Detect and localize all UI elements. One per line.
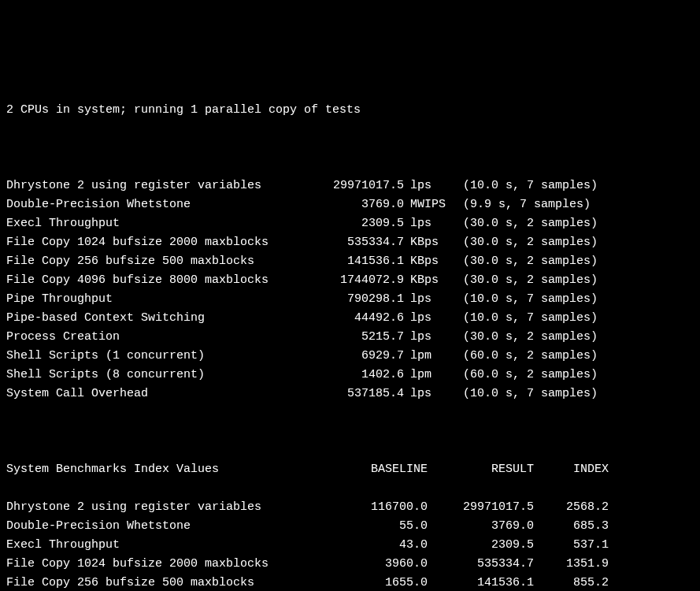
- test-value: 790298.1: [313, 290, 404, 309]
- index-result: 2309.5: [428, 536, 534, 555]
- index-header-title: System Benchmarks Index Values: [6, 460, 345, 479]
- test-name: File Copy 1024 bufsize 2000 maxblocks: [6, 233, 313, 252]
- index-name: Double-Precision Whetstone: [6, 517, 345, 536]
- test-row: Execl Throughput2309.5lps(30.0 s, 2 samp…: [6, 214, 694, 233]
- test-timing: (30.0 s, 2 samples): [447, 328, 598, 347]
- index-name: File Copy 256 bufsize 500 maxblocks: [6, 574, 345, 591]
- index-result: 141536.1: [428, 574, 534, 591]
- test-unit: KBps: [404, 233, 447, 252]
- test-timing: (30.0 s, 2 samples): [447, 214, 598, 233]
- test-timing: (60.0 s, 2 samples): [447, 347, 598, 366]
- test-timing: (10.0 s, 7 samples): [447, 385, 598, 403]
- test-value: 6929.7: [313, 347, 404, 366]
- test-name: Execl Throughput: [6, 214, 313, 233]
- index-result: 29971017.5: [428, 498, 534, 517]
- test-row: Pipe Throughput790298.1lps(10.0 s, 7 sam…: [6, 290, 694, 309]
- test-name: Shell Scripts (8 concurrent): [6, 366, 313, 385]
- test-value: 1744072.9: [313, 271, 404, 290]
- index-name: Dhrystone 2 using register variables: [6, 498, 345, 517]
- blank-line: [6, 422, 694, 441]
- indexes-section: Dhrystone 2 using register variables1167…: [6, 498, 694, 591]
- test-value: 3769.0: [313, 195, 404, 214]
- index-row: File Copy 1024 bufsize 2000 maxblocks396…: [6, 555, 694, 574]
- test-value: 1402.6: [313, 366, 404, 385]
- test-value: 537185.4: [313, 385, 404, 403]
- index-name: Execl Throughput: [6, 536, 345, 555]
- index-row: File Copy 256 bufsize 500 maxblocks1655.…: [6, 574, 694, 591]
- index-index: 685.3: [534, 517, 609, 536]
- test-unit: lps: [404, 290, 447, 309]
- test-name: Shell Scripts (1 concurrent): [6, 347, 313, 366]
- test-unit: lps: [404, 385, 447, 403]
- index-baseline: 3960.0: [345, 555, 428, 574]
- test-row: Shell Scripts (1 concurrent)6929.7lpm(60…: [6, 347, 694, 366]
- test-unit: lpm: [404, 347, 447, 366]
- test-timing: (30.0 s, 2 samples): [447, 233, 598, 252]
- test-row: File Copy 256 bufsize 500 maxblocks14153…: [6, 252, 694, 271]
- test-name: Dhrystone 2 using register variables: [6, 177, 313, 195]
- index-header-index: INDEX: [534, 460, 609, 479]
- test-unit: lpm: [404, 366, 447, 385]
- test-value: 535334.7: [313, 233, 404, 252]
- test-name: Pipe-based Context Switching: [6, 309, 313, 328]
- test-value: 2309.5: [313, 214, 404, 233]
- index-result: 535334.7: [428, 555, 534, 574]
- test-timing: (9.9 s, 7 samples): [447, 195, 591, 214]
- test-unit: lps: [404, 177, 447, 195]
- index-index: 537.1: [534, 536, 609, 555]
- test-row: File Copy 4096 bufsize 8000 maxblocks174…: [6, 271, 694, 290]
- test-row: Dhrystone 2 using register variables2997…: [6, 177, 694, 195]
- test-unit: lps: [404, 309, 447, 328]
- test-name: System Call Overhead: [6, 385, 313, 403]
- test-timing: (60.0 s, 2 samples): [447, 366, 598, 385]
- test-name: Pipe Throughput: [6, 290, 313, 309]
- index-index: 855.2: [534, 574, 609, 591]
- index-result: 3769.0: [428, 517, 534, 536]
- test-name: Process Creation: [6, 328, 313, 347]
- test-value: 141536.1: [313, 252, 404, 271]
- test-timing: (30.0 s, 2 samples): [447, 252, 598, 271]
- test-row: Double-Precision Whetstone3769.0MWIPS(9.…: [6, 195, 694, 214]
- index-row: Dhrystone 2 using register variables1167…: [6, 498, 694, 517]
- index-index: 1351.9: [534, 555, 609, 574]
- test-row: Pipe-based Context Switching44492.6lps(1…: [6, 309, 694, 328]
- test-row: System Call Overhead537185.4lps(10.0 s, …: [6, 385, 694, 403]
- test-unit: KBps: [404, 271, 447, 290]
- test-row: Process Creation5215.7lps(30.0 s, 2 samp…: [6, 328, 694, 347]
- test-timing: (10.0 s, 7 samples): [447, 177, 598, 195]
- index-baseline: 43.0: [345, 536, 428, 555]
- test-unit: lps: [404, 214, 447, 233]
- tests-section: Dhrystone 2 using register variables2997…: [6, 177, 694, 403]
- test-row: Shell Scripts (8 concurrent)1402.6lpm(60…: [6, 366, 694, 385]
- index-header-baseline: BASELINE: [345, 460, 428, 479]
- index-row: Double-Precision Whetstone55.03769.0685.…: [6, 517, 694, 536]
- test-timing: (10.0 s, 7 samples): [447, 290, 598, 309]
- index-row: Execl Throughput43.02309.5537.1: [6, 536, 694, 555]
- index-header-result: RESULT: [428, 460, 534, 479]
- index-baseline: 1655.0: [345, 574, 428, 591]
- terminal-output: 2 CPUs in system; running 1 parallel cop…: [6, 82, 694, 591]
- test-value: 5215.7: [313, 328, 404, 347]
- test-value: 29971017.5: [313, 177, 404, 195]
- header-line: 2 CPUs in system; running 1 parallel cop…: [6, 101, 694, 120]
- test-unit: MWIPS: [404, 195, 447, 214]
- test-unit: KBps: [404, 252, 447, 271]
- index-name: File Copy 1024 bufsize 2000 maxblocks: [6, 555, 345, 574]
- test-timing: (30.0 s, 2 samples): [447, 271, 598, 290]
- index-baseline: 116700.0: [345, 498, 428, 517]
- index-header-row: System Benchmarks Index ValuesBASELINERE…: [6, 460, 694, 479]
- test-name: Double-Precision Whetstone: [6, 195, 313, 214]
- test-value: 44492.6: [313, 309, 404, 328]
- index-index: 2568.2: [534, 498, 609, 517]
- test-unit: lps: [404, 328, 447, 347]
- index-baseline: 55.0: [345, 517, 428, 536]
- blank-line: [6, 139, 694, 158]
- test-timing: (10.0 s, 7 samples): [447, 309, 598, 328]
- test-row: File Copy 1024 bufsize 2000 maxblocks535…: [6, 233, 694, 252]
- test-name: File Copy 256 bufsize 500 maxblocks: [6, 252, 313, 271]
- test-name: File Copy 4096 bufsize 8000 maxblocks: [6, 271, 313, 290]
